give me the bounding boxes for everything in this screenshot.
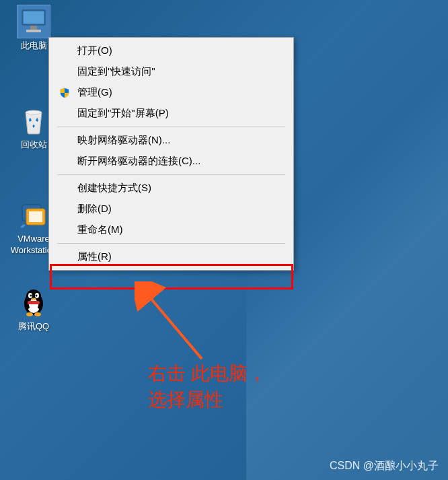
menu-item-pin-quickaccess[interactable]: 固定到"快速访问" [50,61,292,82]
desktop-icon-label: 腾讯QQ [7,321,61,333]
vmware-icon [17,199,50,231]
svg-point-17 [34,312,41,316]
blank-icon [57,66,72,78]
svg-point-12 [30,295,32,297]
context-menu: 打开(O) 固定到"快速访问" 管理(G) 固定到"开始"屏幕(P) 映射网络驱… [48,37,294,271]
svg-point-16 [26,312,33,316]
menu-item-create-shortcut[interactable]: 创建快捷方式(S) [50,178,292,199]
desktop-icon-qq[interactable]: 腾讯QQ [7,286,61,333]
blank-icon [57,251,72,263]
svg-rect-7 [29,211,42,222]
qq-penguin-icon [17,286,50,318]
menu-separator [57,127,285,127]
svg-rect-1 [24,11,44,24]
computer-icon [17,5,50,38]
svg-line-19 [147,294,202,359]
menu-item-label: 重命名(M) [77,224,123,236]
menu-item-pin-start[interactable]: 固定到"开始"屏幕(P) [50,103,292,124]
menu-item-rename[interactable]: 重命名(M) [50,219,292,240]
menu-separator [57,174,285,175]
blank-icon [57,108,72,120]
blank-icon [57,182,72,195]
watermark: CSDN @酒酿小小丸子 [330,459,439,473]
menu-item-label: 管理(G) [77,86,112,99]
shield-icon [57,87,72,99]
menu-item-label: 固定到"开始"屏幕(P) [77,107,169,120]
recycle-bin-icon [17,104,50,137]
menu-item-label: 创建快捷方式(S) [77,182,151,195]
annotation-arrow-icon [135,281,215,369]
annotation-text: 右击 此电脑， 选择属性 [148,360,266,413]
blank-icon [57,135,72,147]
menu-item-open[interactable]: 打开(O) [50,40,292,61]
menu-item-label: 固定到"快速访问" [77,65,155,78]
menu-item-map-drive[interactable]: 映射网络驱动器(N)... [50,130,292,151]
blank-icon [57,224,72,236]
svg-rect-2 [30,26,37,30]
menu-item-delete[interactable]: 删除(D) [50,199,292,219]
menu-separator [57,243,285,244]
menu-item-label: 映射网络驱动器(N)... [77,134,170,147]
svg-rect-3 [26,30,41,32]
blank-icon [57,156,72,168]
menu-item-disconnect-drive[interactable]: 断开网络驱动器的连接(C)... [50,151,292,172]
menu-item-manage[interactable]: 管理(G) [50,82,292,103]
blank-icon [57,45,72,57]
blank-icon [57,203,72,215]
svg-rect-18 [28,301,40,304]
menu-item-label: 打开(O) [77,44,112,57]
menu-item-label: 断开网络驱动器的连接(C)... [77,155,200,168]
svg-point-4 [26,110,42,114]
menu-item-properties[interactable]: 属性(R) [50,246,292,267]
menu-item-label: 删除(D) [77,203,112,215]
svg-point-13 [36,295,38,297]
menu-item-label: 属性(R) [77,250,112,263]
